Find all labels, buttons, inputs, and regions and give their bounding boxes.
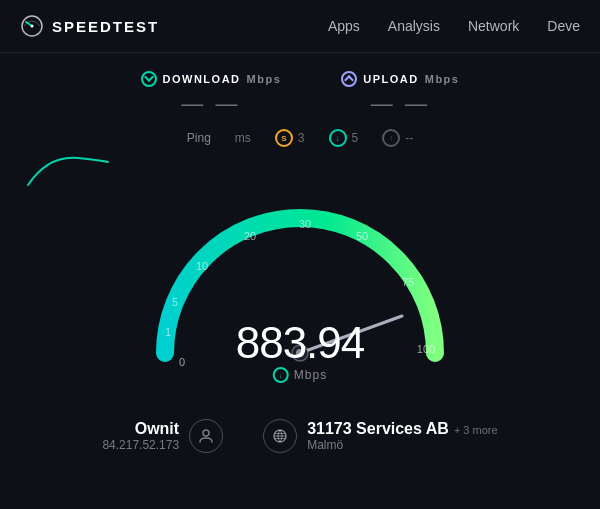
svg-text:1: 1 [165,326,171,338]
gauge-container: 0 1 5 10 20 30 50 75 100 883.94 ↓ Mbps [0,163,600,403]
download-label: DOWNLOAD Mbps [141,71,282,87]
header: SPEEDTEST Apps Analysis Network Deve [0,0,600,53]
nav-analysis[interactable]: Analysis [388,18,440,34]
globe-icon[interactable] [263,419,297,453]
up-ping-item: ↑ -- [382,129,413,147]
upload-label: UPLOAD Mbps [341,71,459,87]
ping-label: Ping [187,131,211,145]
user-icon[interactable] [189,419,223,453]
nav-apps[interactable]: Apps [328,18,360,34]
nav-dev[interactable]: Deve [547,18,580,34]
svg-text:30: 30 [299,218,311,230]
svg-text:0: 0 [179,356,185,368]
svg-text:5: 5 [172,296,178,308]
server-text: 31173 Services AB + 3 more Malmö [307,420,497,452]
isp-text: Ownit 84.217.52.173 [102,420,179,452]
svg-text:10: 10 [196,260,208,272]
upload-unit: Mbps [425,73,460,85]
nav-network[interactable]: Network [468,18,519,34]
globe-svg [272,428,288,444]
up-ping-icon: ↑ [382,129,400,147]
download-unit: Mbps [247,73,282,85]
svg-text:100: 100 [417,343,435,355]
loss-value: 5 [352,131,359,145]
server-location: Malmö [307,438,497,452]
nav: Apps Analysis Network Deve [328,18,580,34]
jitter-value: 3 [298,131,305,145]
isp-block: Ownit 84.217.52.173 [102,419,223,453]
stats-row: DOWNLOAD Mbps — — UPLOAD Mbps — — [0,53,600,123]
download-stat: DOWNLOAD Mbps — — [141,71,282,117]
logo: SPEEDTEST [20,14,159,38]
gauge-reading: 883.94 ↓ Mbps [236,321,365,383]
server-name: 31173 Services AB [307,420,449,438]
logo-text: SPEEDTEST [52,18,159,35]
download-value: — — [141,91,282,117]
svg-point-12 [203,430,209,436]
gauge-unit-icon: ↓ [273,367,289,383]
isp-name: Ownit [102,420,179,438]
user-svg [198,428,214,444]
gauge-unit-row: ↓ Mbps [236,367,365,383]
svg-text:20: 20 [244,230,256,242]
jitter-icon: S [275,129,293,147]
download-icon [141,71,157,87]
upload-label-text: UPLOAD [363,73,418,85]
svg-text:75: 75 [402,276,414,288]
up-ping-value: -- [405,131,413,145]
upload-stat: UPLOAD Mbps — — [341,71,459,117]
loss-down-icon: ↓ [329,129,347,147]
svg-text:50: 50 [356,230,368,242]
footer-info: Ownit 84.217.52.173 31173 Services AB [0,403,600,453]
isp-ip: 84.217.52.173 [102,438,179,452]
upload-value: — — [341,91,459,117]
jitter-item: S 3 [275,129,305,147]
upload-icon [341,71,357,87]
gauge-unit-text: Mbps [294,368,327,382]
server-more: + 3 more [454,424,498,436]
loss-item: ↓ 5 [329,129,359,147]
download-label-text: DOWNLOAD [163,73,241,85]
ping-unit: ms [235,131,251,145]
svg-point-1 [31,25,34,28]
server-block: 31173 Services AB + 3 more Malmö [263,419,497,453]
speedtest-logo-icon [20,14,44,38]
gauge-number: 883.94 [236,321,365,365]
